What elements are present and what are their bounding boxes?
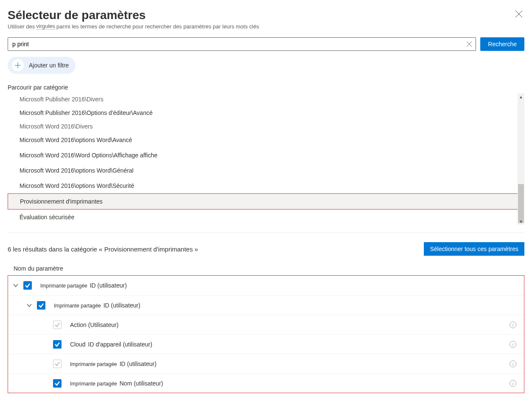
category-item[interactable]: Microsoft Word 2016\Divers [8, 120, 524, 132]
parameter-label: Imprimante partagéeID (utilisateur) [70, 360, 510, 367]
checkbox[interactable] [53, 321, 62, 329]
page-title: Sélecteur de paramètres [8, 8, 146, 22]
category-item[interactable]: Microsoft Word 2016\options Word\Général [8, 163, 524, 178]
parameter-row: Imprimante partagéeID (utilisateur) [8, 295, 524, 315]
subtitle-tooltip-term[interactable]: virgules [36, 23, 55, 30]
scroll-up-arrow[interactable]: ▲ [518, 93, 524, 100]
parameter-label: Action (Utilisateur) [70, 321, 510, 328]
checkbox[interactable] [53, 340, 62, 349]
browse-header: Parcourir par catégorie [8, 84, 524, 91]
category-item[interactable]: Microsoft Publisher 2016\Options d'édite… [8, 105, 524, 120]
category-item[interactable]: Microsoft Word 2016\options Word\Sécurit… [8, 178, 524, 193]
category-list: Microsoft Publisher 2016\DiversMicrosoft… [8, 93, 524, 225]
clear-search-button[interactable] [466, 41, 472, 47]
info-icon[interactable]: i [510, 360, 516, 367]
checkbox[interactable] [53, 360, 62, 368]
parameter-row: Imprimante partagéeID (utilisateur)i [8, 354, 524, 373]
checkbox[interactable] [37, 301, 45, 310]
close-button[interactable] [513, 8, 524, 21]
scrollbar[interactable]: ▲ ▼ [518, 93, 524, 225]
close-icon [515, 10, 523, 18]
param-name-header: Nom du paramètre [8, 265, 524, 272]
close-icon [466, 41, 472, 47]
info-icon[interactable]: i [510, 321, 516, 328]
subtitle: Utiliser des virgules parmi les termes d… [8, 23, 524, 30]
parameter-row: Imprimante partagéeNom (utilisateur)i [8, 373, 524, 393]
chevron-down-icon[interactable] [22, 302, 37, 308]
add-filter-label: Ajouter un filtre [29, 62, 69, 69]
info-icon[interactable]: i [510, 341, 516, 348]
add-filter-button[interactable]: Ajouter un filtre [8, 57, 76, 74]
parameter-row: CloudID d'appareil (utilisateur)i [8, 334, 524, 354]
parameter-label: Imprimante partagéeNom (utilisateur) [70, 380, 510, 387]
category-item[interactable]: Microsoft Word 2016\options Word\Avancé [8, 132, 524, 148]
category-item[interactable]: Microsoft Word 2016\Word Options\Afficha… [8, 148, 524, 163]
checkbox[interactable] [53, 379, 62, 388]
parameter-label: Imprimante partagéeID (utilisateur) [54, 302, 516, 309]
plus-icon [12, 59, 24, 71]
parameter-row: Imprimante partagéeID (utilisateur) [8, 276, 524, 295]
category-item[interactable]: Évaluation sécurisée [8, 210, 524, 225]
search-button[interactable]: Recherche [480, 37, 524, 51]
scroll-down-arrow[interactable]: ▼ [518, 218, 524, 225]
scroll-thumb[interactable] [518, 184, 524, 223]
divider [8, 232, 524, 233]
chevron-down-icon[interactable] [8, 282, 23, 288]
parameter-label: Imprimante partagéeID (utilisateur) [40, 282, 516, 289]
info-icon[interactable]: i [510, 380, 516, 387]
search-box [8, 37, 476, 51]
checkbox[interactable] [23, 281, 32, 290]
select-all-button[interactable]: Sélectionner tous ces paramètres [424, 242, 524, 256]
category-item[interactable]: Provisionnement d'imprimantes [8, 193, 524, 210]
category-item[interactable]: Microsoft Publisher 2016\Divers [8, 93, 524, 105]
search-input[interactable] [12, 41, 466, 47]
results-count: 6 les résultats dans la catégorie « Prov… [8, 246, 198, 253]
parameter-list: Imprimante partagéeID (utilisateur)Impri… [8, 275, 524, 393]
parameter-row: Action (Utilisateur)i [8, 315, 524, 334]
parameter-label: CloudID d'appareil (utilisateur) [70, 341, 510, 348]
